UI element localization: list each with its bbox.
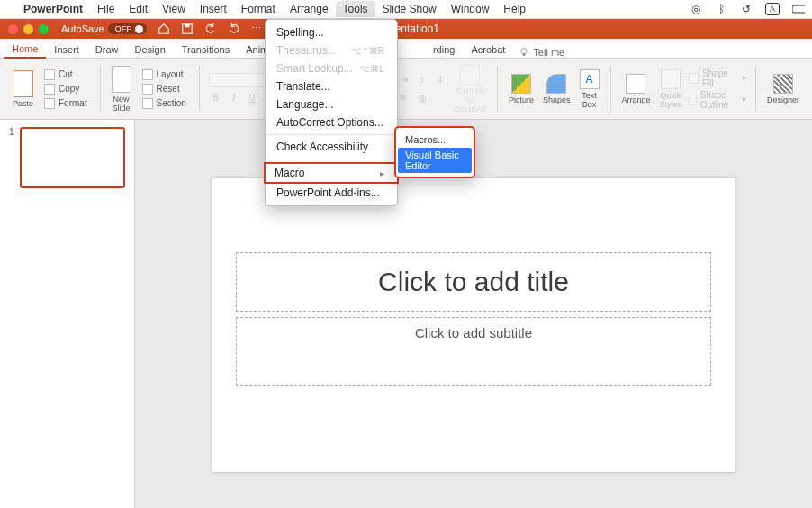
airdrop-icon[interactable]: ◎	[690, 3, 702, 15]
svg-point-4	[521, 49, 527, 54]
ribbon: Paste Cut Copy Format New Slide Layout R…	[0, 59, 812, 120]
slide-thumbnails-pane[interactable]: 1	[0, 120, 135, 508]
reset-button[interactable]: Reset	[139, 83, 190, 95]
save-icon[interactable]	[181, 23, 194, 35]
menu-autocorrect[interactable]: AutoCorrect Options...	[266, 113, 397, 132]
thumbnail-item[interactable]: 1	[9, 127, 125, 188]
underline-button[interactable]: U	[245, 91, 259, 105]
subtitle-placeholder[interactable]: Click to add subtitle	[236, 317, 711, 386]
svg-rect-0	[792, 5, 805, 13]
outline-icon	[689, 95, 697, 105]
tab-transitions[interactable]: Transitions	[174, 41, 238, 58]
menu-separator	[266, 134, 397, 135]
macro-submenu: Macros... Visual Basic Editor	[394, 126, 475, 178]
shape-outline-button[interactable]: Shape Outline▾	[689, 90, 746, 110]
history-icon[interactable]: ↺	[740, 3, 753, 15]
section-icon	[142, 98, 153, 109]
italic-button[interactable]: I	[227, 91, 241, 105]
designer-button[interactable]: Designer	[765, 74, 801, 104]
picture-button[interactable]: Picture	[507, 74, 536, 104]
convert-smartart-button[interactable]: Convert to SmartArt	[453, 65, 489, 113]
thumbnail-number: 1	[9, 127, 14, 188]
shapes-button[interactable]: Shapes	[541, 74, 573, 104]
submenu-macros[interactable]: Macros...	[396, 132, 474, 148]
menu-thesaurus-shortcut: ⌥⌃⌘R	[351, 46, 384, 56]
cut-button[interactable]: Cut	[41, 68, 91, 81]
svg-rect-5	[523, 54, 526, 56]
quick-styles-button[interactable]: Quick Styles	[657, 69, 683, 109]
format-label: Format	[59, 98, 87, 108]
slide-canvas-area[interactable]: Click to add title Click to add subtitle	[135, 120, 812, 508]
input-source-icon[interactable]: A	[765, 3, 780, 15]
menu-spelling[interactable]: Spelling...	[266, 23, 397, 41]
tab-acrobat[interactable]: Acrobat	[463, 41, 513, 58]
section-button[interactable]: Section	[139, 97, 190, 110]
menu-macro[interactable]: Macro▸	[264, 162, 399, 184]
menu-autocorrect-label: AutoCorrect Options...	[276, 116, 383, 129]
close-window-button[interactable]	[8, 24, 18, 34]
tab-design[interactable]: Design	[127, 41, 174, 58]
menubar-arrange[interactable]: Arrange	[283, 1, 336, 17]
indent-inc-button[interactable]: ⇥	[397, 73, 411, 87]
columns-button[interactable]: ▥	[415, 91, 429, 105]
fill-icon	[689, 73, 699, 84]
arrange-icon	[626, 74, 645, 94]
menubar-edit[interactable]: Edit	[122, 1, 155, 17]
autosave-toggle[interactable]: AutoSave OFF	[61, 23, 147, 34]
format-painter-button[interactable]: Format	[41, 97, 91, 110]
bluetooth-icon[interactable]: ᛒ	[715, 3, 727, 15]
submenu-vbe[interactable]: Visual Basic Editor	[398, 148, 472, 173]
quick-styles-icon	[661, 69, 681, 89]
redo-icon[interactable]	[228, 23, 240, 35]
minimize-window-button[interactable]	[23, 24, 33, 34]
undo-icon[interactable]	[204, 23, 217, 35]
tab-insert[interactable]: Insert	[46, 41, 87, 58]
reset-label: Reset	[157, 84, 180, 94]
menubar-insert[interactable]: Insert	[193, 1, 234, 17]
text-direction-button[interactable]: ↧	[433, 73, 447, 87]
more-icon[interactable]: ⋯	[251, 23, 264, 35]
shape-fill-button[interactable]: Shape Fill▾	[689, 68, 746, 88]
menubar-file[interactable]: File	[90, 1, 122, 17]
autosave-dot-icon	[135, 25, 143, 33]
menu-separator	[266, 159, 397, 159]
tell-me-search[interactable]: Tell me	[519, 47, 564, 58]
clipboard-icon	[14, 70, 33, 97]
reset-icon	[142, 84, 153, 95]
menubar-view[interactable]: View	[155, 1, 193, 17]
smartart-icon	[460, 65, 480, 85]
line-spacing-button[interactable]: ↕	[415, 73, 429, 87]
tab-home[interactable]: Home	[4, 40, 46, 59]
arrange-button[interactable]: Arrange	[619, 74, 652, 104]
slide[interactable]: Click to add title Click to add subtitle	[212, 178, 735, 472]
menu-check-accessibility[interactable]: Check Accessibility	[266, 138, 397, 156]
menubar-help[interactable]: Help	[496, 1, 533, 17]
copy-icon	[44, 84, 55, 95]
textbox-button[interactable]: AText Box	[578, 69, 601, 109]
thumbnail-preview[interactable]	[20, 127, 125, 188]
new-slide-label: New Slide	[113, 95, 131, 113]
layout-button[interactable]: Layout	[139, 68, 190, 81]
menubar-app[interactable]: PowerPoint	[16, 1, 90, 17]
menubar-window[interactable]: Window	[444, 1, 497, 17]
menu-smartlookup-shortcut: ⌥⌘L	[359, 64, 384, 74]
menubar-slideshow[interactable]: Slide Show	[375, 1, 444, 17]
tab-recording-partial[interactable]: rding	[425, 41, 463, 58]
copy-button[interactable]: Copy	[41, 83, 91, 95]
menubar-format[interactable]: Format	[234, 1, 283, 17]
menu-translate[interactable]: Translate...	[266, 77, 397, 95]
new-slide-button[interactable]: New Slide	[110, 66, 133, 113]
menubar-tools[interactable]: Tools	[336, 1, 375, 17]
home-icon[interactable]	[158, 23, 170, 35]
menu-addins[interactable]: PowerPoint Add-ins...	[266, 184, 397, 202]
battery-icon[interactable]	[792, 3, 805, 15]
autosave-state: OFF	[115, 24, 131, 33]
justify-button[interactable]: ≡	[397, 91, 411, 105]
paste-button[interactable]: Paste	[11, 70, 35, 108]
bold-button[interactable]: B	[209, 91, 223, 105]
shapes-label: Shapes	[543, 95, 571, 104]
title-placeholder[interactable]: Click to add title	[236, 252, 711, 312]
menu-language[interactable]: Language...	[266, 95, 397, 113]
zoom-window-button[interactable]	[39, 24, 49, 34]
tab-draw[interactable]: Draw	[87, 41, 127, 58]
